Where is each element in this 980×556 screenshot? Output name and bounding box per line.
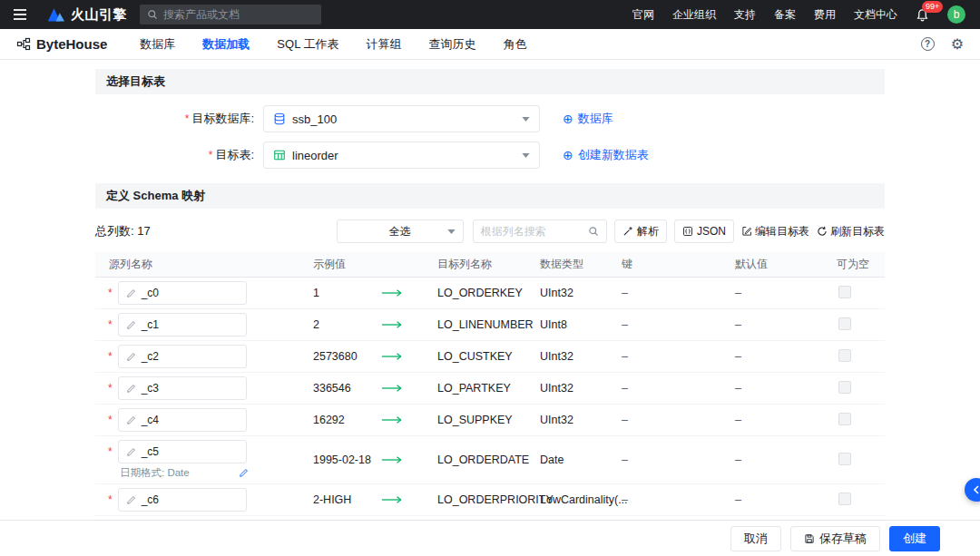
gear-icon[interactable]: ⚙ <box>951 37 964 52</box>
nullable-checkbox[interactable] <box>838 453 851 465</box>
topbar-link-billing[interactable]: 费用 <box>814 7 836 23</box>
data-type: UInt32 <box>540 350 622 363</box>
create-new-table-link[interactable]: ⊕ 创建新数据表 <box>563 147 649 163</box>
mapping-arrow-icon <box>377 415 437 424</box>
source-column-name: _c1 <box>142 318 159 331</box>
schema-mapping-table: 源列名称 示例值 目标列名称 数据类型 键 默认值 可为空 * _c0 <box>95 252 885 548</box>
tab-compute-groups[interactable]: 计算组 <box>367 36 402 53</box>
nav-icons: ? ⚙ <box>921 37 964 52</box>
nullable-checkbox[interactable] <box>838 286 851 298</box>
required-asterisk: * <box>209 149 213 161</box>
save-icon <box>804 533 815 544</box>
nullable-checkbox[interactable] <box>838 317 851 330</box>
json-button[interactable]: JSON <box>674 219 734 243</box>
nullable-checkbox[interactable] <box>838 381 851 394</box>
schema-table-body: * _c0 1 LO_ORDERKEY UInt32 – – * <box>95 278 885 548</box>
pencil-icon <box>126 320 136 330</box>
topbar-right-group: 官网 企业组织 支持 备案 费用 文档中心 99+ b <box>632 5 980 24</box>
notifications-button[interactable]: 99+ <box>916 8 929 22</box>
tab-sql-worksheet[interactable]: SQL 工作表 <box>277 36 338 53</box>
volcengine-brand-name: 火山引擎 <box>71 6 127 24</box>
key-value: – <box>622 318 735 331</box>
cancel-button[interactable]: 取消 <box>730 526 781 551</box>
column-search[interactable] <box>473 219 607 243</box>
table-row: * _c6 2-HIGH LO_ORDERPRIORITY LowCardina… <box>95 484 885 516</box>
key-value: – <box>622 493 735 506</box>
bytehouse-logo-icon <box>16 37 31 52</box>
topbar-link-enterprise-org[interactable]: 企业组织 <box>672 7 716 23</box>
tab-roles[interactable]: 角色 <box>504 36 527 53</box>
wand-icon <box>622 226 633 237</box>
topbar-link-doc-center[interactable]: 文档中心 <box>854 7 897 23</box>
source-column-input[interactable]: _c2 <box>118 345 247 368</box>
pencil-icon <box>126 384 136 394</box>
user-avatar[interactable]: b <box>947 5 965 24</box>
search-icon <box>588 226 599 237</box>
create-button[interactable]: 创建 <box>889 526 940 551</box>
target-column-name: LO_SUPPKEY <box>437 414 540 426</box>
top-navigation-bar: 火山引擎 官网 企业组织 支持 备案 费用 文档中心 99+ b <box>0 0 980 29</box>
target-database-select[interactable]: ssb_100 <box>263 105 540 132</box>
pencil-icon <box>126 447 136 457</box>
schema-toolbar: 总列数: 17 全选 解析 <box>95 219 885 243</box>
save-draft-button[interactable]: 保存草稿 <box>790 526 880 551</box>
edit-target-table-button[interactable]: 编辑目标表 <box>741 224 809 239</box>
source-column-input[interactable]: _c5 <box>118 440 247 463</box>
nullable-checkbox[interactable] <box>838 413 851 425</box>
tab-query-history[interactable]: 查询历史 <box>429 36 476 53</box>
sample-value: 2573680 <box>313 350 377 363</box>
edit-icon <box>741 226 752 237</box>
mapping-arrow-icon <box>377 320 437 329</box>
source-column-input[interactable]: _c6 <box>118 488 247 512</box>
default-value: – <box>735 454 837 466</box>
source-column-cell: * _c2 <box>95 341 313 372</box>
tab-data-loading[interactable]: 数据加载 <box>202 36 250 53</box>
column-header: 示例值 <box>313 257 377 272</box>
default-value: – <box>735 287 837 299</box>
hamburger-menu-icon[interactable] <box>0 0 40 29</box>
table-row: * _c3 336546 LO_PARTKEY UInt32 – – <box>95 373 885 405</box>
database-link[interactable]: ⊕ 数据库 <box>563 111 613 127</box>
tab-databases[interactable]: 数据库 <box>140 36 175 53</box>
target-column-name: LO_ORDERPRIORITY <box>437 493 540 506</box>
pencil-icon <box>126 415 136 425</box>
source-column-input[interactable]: _c0 <box>118 281 247 305</box>
target-table-select[interactable]: lineorder <box>263 141 540 169</box>
main-content: 选择目标表 *目标数据库: ssb_100 ⊕ 数据库 <box>0 69 980 548</box>
source-column-name: _c5 <box>142 445 159 458</box>
volcengine-logo[interactable]: 火山引擎 <box>40 6 140 24</box>
source-column-input[interactable]: _c3 <box>118 376 247 400</box>
refresh-target-table-button[interactable]: 刷新目标表 <box>817 224 885 239</box>
edit-date-format-icon[interactable] <box>239 468 249 478</box>
nullable-checkbox[interactable] <box>838 493 851 505</box>
help-icon[interactable]: ? <box>921 37 935 51</box>
global-search[interactable] <box>140 5 321 24</box>
database-icon <box>273 112 286 125</box>
source-column-input[interactable]: _c1 <box>118 313 247 337</box>
pencil-icon <box>126 352 136 362</box>
source-column-input[interactable]: _c4 <box>118 408 247 432</box>
column-search-input[interactable] <box>481 225 583 238</box>
topbar-link-official-site[interactable]: 官网 <box>632 7 654 23</box>
parse-button[interactable]: 解析 <box>614 219 667 243</box>
source-column-name: _c6 <box>142 493 159 506</box>
bytehouse-logo[interactable]: ByteHouse <box>16 36 107 52</box>
global-search-input[interactable] <box>163 8 314 21</box>
data-type: UInt32 <box>540 287 622 299</box>
data-type: UInt32 <box>540 382 622 395</box>
nullable-checkbox[interactable] <box>838 349 851 362</box>
date-format-note: 日期格式: Date <box>120 466 249 480</box>
topbar-link-support[interactable]: 支持 <box>734 7 756 23</box>
select-all-dropdown[interactable]: 全选 <box>337 219 464 243</box>
topbar-link-filing[interactable]: 备案 <box>774 7 796 23</box>
required-asterisk: * <box>108 287 113 299</box>
required-asterisk: * <box>185 112 190 125</box>
select-target-section-header: 选择目标表 <box>95 69 885 94</box>
key-value: – <box>622 287 735 299</box>
column-header: 键 <box>622 257 735 272</box>
default-value: – <box>735 493 837 506</box>
total-columns-count: 总列数: 17 <box>95 223 151 239</box>
sample-value: 2 <box>313 318 377 331</box>
table-row: * _c4 16292 LO_SUPPKEY UInt32 – – <box>95 405 885 436</box>
mapping-arrow-icon <box>377 495 437 504</box>
